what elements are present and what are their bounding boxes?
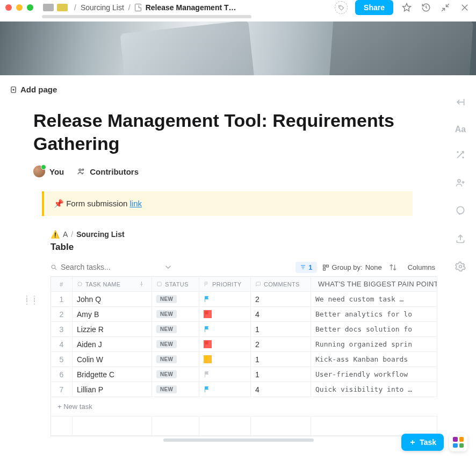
cell-comments[interactable]: 1	[251, 352, 311, 366]
cell-status[interactable]: NEW	[152, 352, 199, 366]
cell-task-name[interactable]: Amy B	[73, 307, 152, 321]
collapse-icon[interactable]	[439, 2, 451, 13]
cell-pain[interactable]: Quick visibility into …	[311, 382, 437, 397]
add-page-button[interactable]: Add page	[10, 85, 445, 94]
cell-comments[interactable]: 4	[251, 307, 311, 321]
cell-task-name[interactable]: John Q	[73, 292, 152, 306]
share-button[interactable]: Share	[355, 0, 393, 15]
table-row[interactable]: 3Lizzie RNEW1Better docs solution fo	[51, 322, 437, 337]
cell-task-name[interactable]: Aiden J	[73, 337, 152, 351]
table-title[interactable]: Table	[51, 242, 445, 253]
hero-image	[0, 21, 476, 75]
cell-status[interactable]: NEW	[152, 382, 199, 397]
cell-status[interactable]: NEW	[152, 322, 199, 336]
comment-icon[interactable]	[455, 205, 466, 218]
search-field[interactable]	[51, 263, 158, 271]
history-icon[interactable]	[420, 2, 432, 13]
table-row[interactable]: 4Aiden JNEW2Running organized sprin	[51, 337, 437, 352]
cell-comments[interactable]: 1	[251, 367, 311, 382]
col-num[interactable]: #	[51, 277, 73, 291]
tab-placeholder[interactable]	[43, 4, 54, 11]
star-icon[interactable]	[401, 2, 413, 13]
page-icon	[135, 4, 141, 11]
drag-handle-icon[interactable]: ⋮⋮⋮⋮	[24, 297, 39, 303]
chevron-down-icon[interactable]	[163, 261, 173, 273]
close-window-icon[interactable]	[5, 4, 12, 11]
cell-task-name[interactable]: Lillian P	[73, 382, 152, 397]
col-status[interactable]: STATUS	[152, 277, 199, 291]
horizontal-scrollbar[interactable]	[51, 439, 437, 443]
cell-comments[interactable]: 1	[251, 322, 311, 336]
pin-icon[interactable]	[139, 281, 145, 287]
tab-strip[interactable]	[43, 4, 68, 11]
contributors-button[interactable]: Contributors	[77, 167, 139, 176]
cell-priority[interactable]	[199, 307, 251, 321]
cell-status[interactable]: NEW	[152, 367, 199, 382]
callout-link[interactable]: link	[130, 199, 142, 208]
table-row[interactable]: 5Colin WNEW1Kick-ass Kanban boards	[51, 352, 437, 367]
cell-pain[interactable]: Better docs solution fo	[311, 322, 437, 336]
cell-status[interactable]: NEW	[152, 337, 199, 351]
people-plus-icon[interactable]	[455, 177, 466, 190]
cell-status[interactable]: NEW	[152, 292, 199, 306]
close-icon[interactable]	[459, 2, 471, 13]
new-task-fab[interactable]: Task	[401, 434, 444, 451]
author-you[interactable]: You	[33, 166, 64, 177]
cell-comments[interactable]: 2	[251, 337, 311, 351]
filter-count: 1	[308, 263, 312, 271]
cell-priority[interactable]	[199, 352, 251, 366]
cell-pain[interactable]: Better analytics for lo	[311, 307, 437, 321]
tag-icon[interactable]	[335, 1, 348, 14]
cell-task-name[interactable]: Colin W	[73, 352, 152, 366]
row-num: 2	[51, 307, 73, 321]
cell-priority[interactable]	[199, 367, 251, 382]
cell-priority[interactable]	[199, 292, 251, 306]
sort-icon[interactable]	[387, 261, 399, 273]
cell-status[interactable]: NEW	[152, 307, 199, 321]
tab-placeholder[interactable]	[57, 4, 68, 11]
col-task-name[interactable]: TASK NAME	[73, 277, 152, 291]
maximize-window-icon[interactable]	[27, 4, 33, 11]
col-priority[interactable]: PRIORITY	[199, 277, 251, 291]
cell-comments[interactable]: 2	[251, 292, 311, 306]
breadcrumb-sep: /	[128, 3, 131, 12]
table-row[interactable]: 6Bridgette CNEW1User-friendly workflow	[51, 367, 437, 382]
cell-pain[interactable]: Running organized sprin	[311, 337, 437, 351]
cell-task-name[interactable]: Lizzie R	[73, 322, 152, 336]
tab-underline	[42, 15, 251, 18]
group-by-button[interactable]: Group by: None	[322, 263, 382, 271]
cell-comments[interactable]: 4	[251, 382, 311, 397]
svg-point-11	[52, 265, 55, 269]
cell-priority[interactable]	[199, 337, 251, 351]
typography-icon[interactable]: Aa	[455, 125, 466, 134]
svg-point-38	[459, 265, 462, 268]
col-comments[interactable]: COMMENTS	[251, 277, 311, 291]
col-pain[interactable]: WHAT'S THE BIGGEST PAIN POINT	[311, 277, 437, 291]
cell-pain[interactable]: User-friendly workflow	[311, 367, 437, 382]
window-controls[interactable]	[5, 4, 33, 11]
table-row[interactable]: 2Amy BNEW4Better analytics for lo	[51, 307, 437, 322]
new-task-button[interactable]: + New task	[51, 397, 437, 416]
breadcrumb-parent[interactable]: Sourcing List	[81, 3, 124, 12]
search-input[interactable]	[61, 263, 136, 271]
minimize-window-icon[interactable]	[16, 4, 23, 11]
table-row[interactable]: 7Lillian PNEW4Quick visibility into …	[51, 382, 437, 397]
wand-icon[interactable]	[455, 149, 466, 162]
cell-pain[interactable]: Kick-ass Kanban boards	[311, 352, 437, 366]
gear-icon[interactable]	[455, 261, 466, 274]
cell-pain[interactable]: We need custom task …	[311, 292, 437, 306]
filter-chip[interactable]: 1	[295, 262, 316, 273]
row-num: 4	[51, 337, 73, 351]
cell-priority[interactable]	[199, 382, 251, 397]
breadcrumb-source[interactable]: Sourcing List	[76, 230, 124, 239]
cell-task-name[interactable]: Bridgette C	[73, 367, 152, 382]
export-icon[interactable]	[455, 233, 466, 246]
breadcrumb-a: A	[63, 230, 68, 239]
page-title[interactable]: Release Management Tool: Requirements Ga…	[33, 109, 409, 155]
columns-button[interactable]: Columns	[405, 263, 435, 271]
svg-point-9	[79, 169, 81, 171]
table-row[interactable]: 1John QNEW2We need custom task …	[51, 292, 437, 307]
outdent-icon[interactable]	[455, 97, 466, 110]
cell-priority[interactable]	[199, 322, 251, 336]
apps-icon[interactable]	[449, 433, 467, 451]
